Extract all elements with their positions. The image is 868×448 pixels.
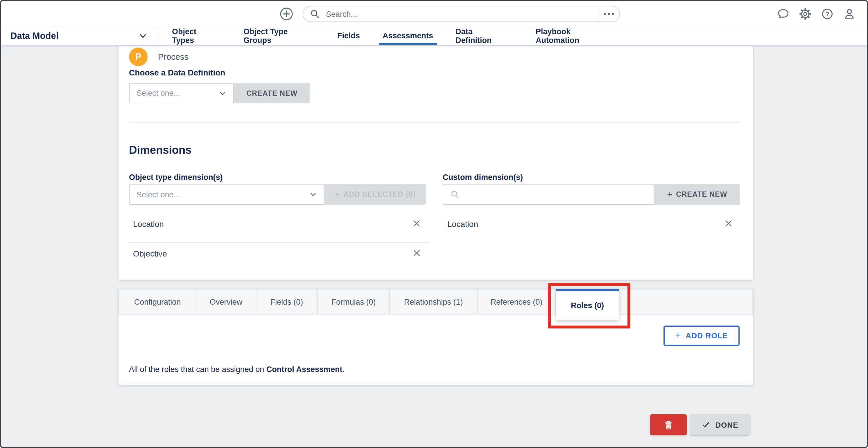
list-divider [129,242,430,243]
roles-panel: + ADD ROLE All of the roles that can be … [119,315,753,385]
plus-icon: + [335,189,340,199]
roles-description: All of the roles that can be assigned on… [129,365,344,374]
nav-divider [159,27,159,44]
nav-tab-object-type-groups[interactable]: Object Type Groups [243,27,312,45]
chat-icon[interactable] [777,7,789,20]
search-icon [450,190,460,199]
trash-icon [663,420,673,430]
search-options-button[interactable] [598,11,619,16]
tab-roles[interactable]: Roles (0) [556,289,619,320]
tab-formulas[interactable]: Formulas (0) [318,289,390,314]
tab-overview[interactable]: Overview [196,289,256,314]
svg-text:?: ? [825,10,829,18]
ellipsis-icon [603,11,615,16]
search-icon [310,9,320,19]
module-nav-bar: Data Model Object Types Object Type Grou… [1,27,867,45]
object-type-dimensions-label: Object type dimension(s) [129,173,223,182]
remove-dimension-button[interactable] [412,248,421,257]
add-role-button[interactable]: + ADD ROLE [663,325,740,346]
module-title: Data Model [10,31,58,41]
tab-fields[interactable]: Fields (0) [256,289,318,314]
nav-tab-object-types[interactable]: Object Types [172,27,218,45]
chevron-down-icon [219,90,226,97]
dimension-item-location: Location [133,219,164,229]
nav-tab-playbook-automation[interactable]: Playbook Automation [536,27,610,45]
settings-gear-icon[interactable] [799,7,812,20]
remove-dimension-button[interactable] [412,219,421,228]
tab-strip-filler [619,289,752,314]
custom-dimension-search [443,184,654,205]
done-button[interactable]: DONE [690,414,750,435]
tab-references[interactable]: References (0) [477,289,556,314]
object-type-avatar: P [129,47,148,66]
object-type-name: Process [158,52,189,62]
remove-custom-dimension-button[interactable] [724,219,733,228]
viewport: ? Data Model Object Types [0,0,868,448]
plus-circle-icon [279,7,293,21]
user-icon[interactable] [843,7,856,20]
create-data-definition-button[interactable]: CREATE NEW [234,83,310,103]
close-icon [412,219,421,228]
chevron-down-icon [139,32,147,40]
data-definition-select[interactable]: Select one... [129,83,234,103]
create-custom-dimension-button[interactable]: + CREATE NEW [654,184,740,205]
object-type-reference: Control Assessment [267,365,342,374]
detail-tab-strip: Configuration Overview Fields (0) Formul… [119,289,753,315]
assessment-config-card: P Process Choose a Data Definition Selec… [119,46,753,280]
tab-relationships[interactable]: Relationships (1) [390,289,477,314]
delete-button[interactable] [650,414,687,435]
close-icon [724,219,733,228]
chevron-down-icon [310,191,317,198]
nav-tab-fields[interactable]: Fields [336,27,361,45]
top-bar: ? [1,1,867,27]
active-tab-underline [379,43,437,45]
check-icon [702,421,710,429]
dimension-item-objective: Objective [133,249,167,258]
nav-tab-assessments[interactable]: Assessments [380,27,436,45]
add-selected-button[interactable]: + ADD SELECTED (0) [324,184,426,205]
custom-dimension-search-input[interactable] [464,189,647,199]
quick-add-button[interactable] [279,7,293,21]
top-right-icons: ? [777,7,856,20]
close-icon [412,248,421,257]
custom-dimension-item-location: Location [447,219,478,229]
module-selector-dropdown[interactable]: Data Model [1,27,159,45]
custom-dimensions-label: Custom dimension(s) [443,173,523,182]
section-divider [129,123,740,123]
data-definition-heading: Choose a Data Definition [129,68,225,77]
search-input[interactable] [325,9,598,19]
plus-icon: + [667,189,673,199]
app-window: ? Data Model Object Types [0,0,868,448]
plus-icon: + [675,330,681,340]
detail-tabs-card: Configuration Overview Fields (0) Formul… [119,289,753,385]
tab-configuration[interactable]: Configuration [119,289,196,314]
nav-tab-data-definition[interactable]: Data Definition [456,27,510,45]
help-icon[interactable]: ? [821,7,834,20]
global-search [303,6,620,22]
dimensions-heading: Dimensions [129,144,191,157]
object-type-dimension-select[interactable]: Select one... [129,184,324,205]
